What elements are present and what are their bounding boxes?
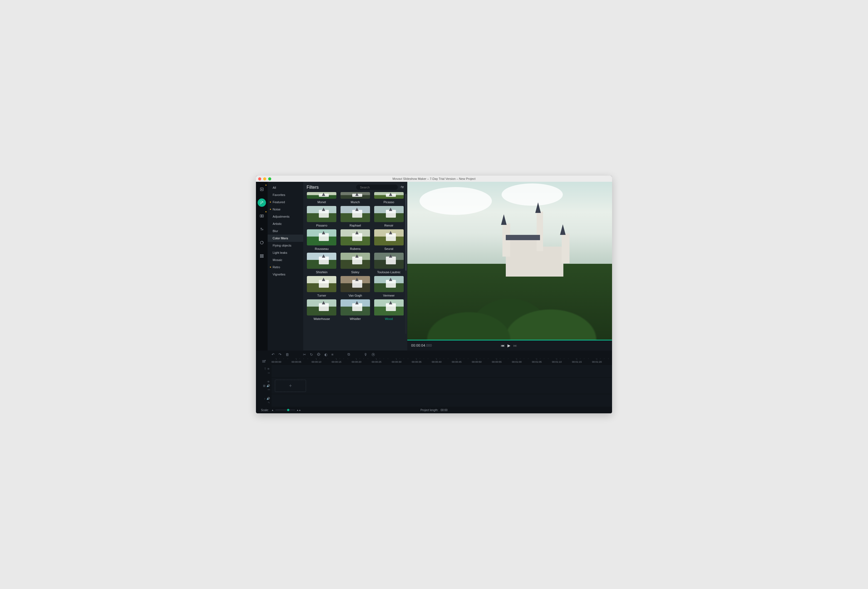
volume-icon[interactable]: 🔊: [267, 397, 270, 400]
filter-toulouse-lautrec[interactable]: Toulouse-Lautrec: [373, 253, 404, 274]
rotate-button[interactable]: ↻: [310, 352, 313, 356]
category-adjustments[interactable]: Adjustments: [268, 213, 303, 220]
toolrail-filters[interactable]: [258, 199, 266, 207]
filter-renoir[interactable]: Renoir: [373, 206, 404, 227]
toolrail-more[interactable]: [258, 252, 266, 260]
filter-whistler[interactable]: Whistler: [340, 299, 371, 321]
filter-turner[interactable]: Turner: [307, 276, 337, 297]
volume-icon[interactable]: 🔊: [267, 384, 270, 387]
category-favorites[interactable]: Favorites: [268, 191, 303, 199]
filter-label: Picasso: [383, 200, 394, 204]
prev-frame-button[interactable]: ⏮: [501, 343, 505, 348]
filter-pissarro[interactable]: Pissarro: [307, 206, 337, 227]
project-length-label: Project length:: [421, 409, 438, 412]
toolrail-import[interactable]: [258, 185, 266, 193]
category-flying-objects[interactable]: Flying objects: [268, 242, 303, 249]
filters-scrollbar[interactable]: [405, 194, 406, 334]
filter-rubens[interactable]: Rubens: [340, 229, 371, 250]
filter-label: Turner: [317, 294, 326, 297]
search-input[interactable]: [360, 186, 399, 189]
drop-media-zone[interactable]: +: [275, 380, 306, 392]
filter-label: Van Gogh: [348, 294, 362, 297]
category-all[interactable]: All: [268, 184, 303, 191]
zoom-slider[interactable]: ▲ ▲▲: [272, 409, 301, 411]
app-window: Movavi Slideshow Maker – 7-Day Trial Ver…: [256, 176, 612, 413]
delete-button[interactable]: 🗑: [285, 352, 289, 356]
filters-panel: Filters ✕ MonetMunchPicassoPissarroRapha…: [303, 182, 407, 350]
category-retro[interactable]: Retro: [268, 264, 303, 271]
fx-icon[interactable]: ∿: [268, 401, 270, 404]
zoom-out-icon[interactable]: ▲: [272, 409, 274, 411]
filter-raphael[interactable]: Raphael: [340, 206, 371, 227]
filter-wood[interactable]: Wood: [373, 299, 404, 321]
filter-picasso[interactable]: Picasso: [373, 192, 404, 204]
preview-controls: 00:00:04.000 ⏮ ▶ ⏭: [407, 340, 612, 350]
transition-wizard-button[interactable]: ⧉: [347, 352, 350, 356]
timeline-ruler[interactable]: 00:00:0000:00:0500:00:1000:00:1500:00:20…: [272, 358, 612, 364]
toolrail-titles[interactable]: [258, 225, 266, 234]
category-noise[interactable]: Noise: [268, 206, 303, 213]
scale-label: Scale:: [261, 409, 269, 412]
cart-icon: [401, 186, 404, 189]
titles-icon: [260, 227, 264, 231]
category-mosaic[interactable]: Mosaic: [268, 256, 303, 264]
toolrail-transitions[interactable]: [258, 212, 266, 220]
filter-sisley[interactable]: Sisley: [340, 253, 371, 274]
category-artistic[interactable]: Artistic: [268, 220, 303, 227]
timecode: 00:00:04: [411, 343, 425, 348]
record-video-button[interactable]: ⦿: [371, 352, 375, 356]
filter-label: Munch: [351, 200, 360, 204]
svg-rect-6: [260, 256, 261, 258]
svg-rect-4: [260, 255, 261, 256]
category-featured[interactable]: Featured: [268, 199, 303, 206]
link-icon[interactable]: ⇿: [268, 371, 270, 374]
filter-vermeer[interactable]: Vermeer: [373, 276, 404, 297]
audio-track[interactable]: ♪🔊 ∿: [256, 394, 612, 406]
filters-title: Filters: [307, 185, 353, 190]
visibility-icon[interactable]: 👁: [267, 367, 270, 371]
link-icon[interactable]: ↤: [268, 388, 270, 391]
visibility-icon[interactable]: 👁: [267, 380, 270, 383]
svg-rect-1: [260, 215, 261, 217]
toolrail-stickers[interactable]: [258, 239, 266, 247]
svg-point-9: [402, 188, 403, 188]
plus-square-icon: [260, 187, 264, 191]
store-button[interactable]: [401, 185, 404, 190]
preview-image: [407, 182, 612, 340]
filter-monet[interactable]: Monet: [307, 192, 337, 204]
next-frame-button[interactable]: ⏭: [513, 343, 517, 348]
timeline: ↶ ↷ 🗑 ✂ ↻ ⭗ ◐ ≡ ⧉ 🎙 ⦿: [256, 350, 612, 413]
magic-wand-icon: [260, 200, 264, 205]
video-track[interactable]: 👁 ▦🔊 ↤ +: [256, 377, 612, 394]
filter-label: Pissarro: [316, 224, 327, 227]
filter-label: Seurat: [384, 247, 393, 250]
filter-seurat[interactable]: Seurat: [373, 229, 404, 250]
color-button[interactable]: ◐: [325, 352, 328, 356]
play-button[interactable]: ▶: [508, 343, 511, 348]
category-light-leaks[interactable]: Light leaks: [268, 249, 303, 256]
category-blur[interactable]: Blur: [268, 227, 303, 235]
stickers-icon: [260, 240, 264, 245]
filter-van-gogh[interactable]: Van Gogh: [340, 276, 371, 297]
titles-track[interactable]: T👁 ⇿: [256, 364, 612, 377]
add-track-button[interactable]: [256, 358, 272, 364]
record-audio-button[interactable]: 🎙: [364, 352, 368, 356]
category-color-filters[interactable]: Color filters: [268, 235, 303, 242]
undo-button[interactable]: ↶: [272, 352, 275, 356]
filter-search[interactable]: ✕: [356, 184, 398, 190]
window-title: Movavi Slideshow Maker – 7-Day Trial Ver…: [256, 177, 612, 180]
redo-button[interactable]: ↷: [279, 352, 282, 356]
clip-props-button[interactable]: ≡: [331, 352, 334, 356]
svg-point-10: [403, 188, 403, 188]
svg-rect-7: [262, 256, 263, 258]
category-vignettes[interactable]: Vignettes: [268, 271, 303, 278]
filter-munch[interactable]: Munch: [340, 192, 371, 204]
split-button[interactable]: ✂: [303, 352, 306, 356]
plus-icon: +: [289, 383, 292, 389]
filter-waterhouse[interactable]: Waterhouse: [307, 299, 337, 321]
zoom-in-icon[interactable]: ▲▲: [297, 409, 301, 411]
crop-button[interactable]: ⭗: [317, 352, 320, 356]
filter-label: Toulouse-Lautrec: [377, 271, 400, 274]
filter-rousseau[interactable]: Rousseau: [307, 229, 337, 250]
filter-shishkin[interactable]: Shishkin: [307, 253, 337, 274]
